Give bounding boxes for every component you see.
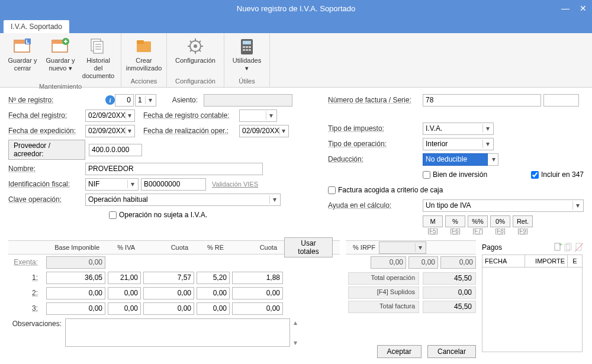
num-factura-field[interactable] bbox=[423, 94, 541, 107]
minimize-button[interactable]: — bbox=[556, 0, 574, 17]
r1-piva[interactable] bbox=[108, 272, 141, 284]
lbl-total-oper: Total operación bbox=[348, 272, 419, 285]
ident-fiscal-num[interactable] bbox=[141, 178, 206, 191]
cb-bien-inversion[interactable]: Bien de inversión bbox=[423, 170, 487, 179]
svg-line-19 bbox=[190, 41, 192, 43]
irpf-pct bbox=[408, 256, 438, 269]
svg-rect-30 bbox=[249, 49, 251, 51]
tab-iva-soportado[interactable]: I.V.A. Soportado bbox=[4, 20, 69, 33]
ribbon-group-config: Configuración bbox=[172, 76, 219, 86]
calc-pctpct[interactable]: %% bbox=[468, 215, 488, 227]
r1-cuota[interactable] bbox=[143, 272, 194, 284]
r3-pre[interactable] bbox=[197, 302, 230, 315]
svg-rect-27 bbox=[249, 46, 251, 48]
r2-piva[interactable] bbox=[108, 287, 141, 299]
tab-strip: I.V.A. Soportado bbox=[0, 17, 592, 33]
fecha-reg-cont-field[interactable]: ▾ bbox=[239, 109, 277, 122]
save-new-icon bbox=[51, 37, 70, 56]
ribbon-guardar-nuevo[interactable]: Guardar y nuevo ▾ bbox=[43, 36, 78, 73]
irpf-cuota bbox=[440, 256, 476, 269]
gear-icon bbox=[186, 37, 205, 56]
lbl-ident-fiscal: Identificación fiscal: bbox=[8, 180, 85, 188]
observaciones-field[interactable] bbox=[65, 318, 290, 347]
n-registro-2[interactable]: 1▾ bbox=[135, 94, 156, 107]
fecha-real-oper-field[interactable]: 02/09/20XX▾ bbox=[239, 125, 289, 137]
info-icon[interactable]: i bbox=[105, 95, 115, 105]
calc-m[interactable]: M bbox=[423, 215, 443, 227]
svg-rect-12 bbox=[137, 40, 144, 44]
save-close-icon bbox=[13, 37, 32, 56]
ribbon-guardar-cerrar[interactable]: Guardar y cerrar bbox=[5, 36, 40, 73]
obs-scroll-up[interactable]: ▴ bbox=[294, 318, 297, 327]
validacion-vies-link[interactable]: Validación VIES bbox=[212, 181, 258, 188]
tipo-operacion-field[interactable]: Interior▾ bbox=[423, 138, 494, 150]
titlebar: Nuevo registro de I.V.A. Soportado — ✕ bbox=[0, 0, 592, 17]
cb-op-no-sujeta[interactable]: Operación no sujeta a I.V.A. bbox=[109, 211, 207, 219]
r1-pre[interactable] bbox=[197, 272, 230, 284]
calc-pct[interactable]: % bbox=[445, 215, 465, 227]
r3-piva[interactable] bbox=[108, 302, 141, 315]
folder-icon bbox=[134, 37, 153, 56]
gh-piva: % IVA bbox=[103, 244, 139, 251]
tipo-impuesto-field[interactable]: I.V.A.▾ bbox=[423, 123, 494, 135]
r1-base[interactable] bbox=[46, 272, 105, 284]
clave-oper-field[interactable]: Operación habitual▾ bbox=[85, 194, 281, 206]
ayuda-calculo-field[interactable]: Un tipo de IVA▾ bbox=[423, 199, 584, 212]
ribbon-group-utiles: Útiles bbox=[229, 76, 265, 86]
svg-line-20 bbox=[199, 50, 201, 51]
fkey-f5: [F5] bbox=[423, 228, 443, 234]
ribbon-group-mantenimiento: Mantenimiento bbox=[5, 82, 116, 91]
ribbon-configuracion[interactable]: Configuración bbox=[172, 36, 219, 66]
n-registro-1[interactable] bbox=[115, 94, 134, 107]
r3-base[interactable] bbox=[46, 302, 105, 315]
calc-0pct[interactable]: 0% bbox=[490, 215, 510, 227]
fkey-f7: [F7] bbox=[468, 228, 488, 234]
ident-fiscal-tipo[interactable]: NIF▾ bbox=[85, 178, 139, 191]
r3-cuota2[interactable] bbox=[232, 302, 283, 315]
obs-scroll-down[interactable]: ▾ bbox=[294, 339, 297, 347]
irpf-select[interactable]: ▾ bbox=[379, 241, 426, 254]
deduccion-field[interactable]: No deducible bbox=[423, 153, 488, 166]
usar-totales-button[interactable]: Usar totales bbox=[284, 237, 333, 257]
fkey-f9: [F9] bbox=[513, 228, 533, 234]
lbl-fecha-registro: Fecha del registro: bbox=[8, 111, 85, 120]
lbl-tipo-impuesto: Tipo de impuesto: bbox=[328, 124, 423, 133]
cb-incluir-347[interactable]: Incluir en 347 bbox=[531, 170, 584, 179]
nombre-field[interactable] bbox=[85, 163, 263, 175]
delete-page-icon[interactable] bbox=[574, 243, 584, 252]
r2-pre[interactable] bbox=[197, 287, 230, 299]
r2-cuota2[interactable] bbox=[232, 287, 283, 299]
ribbon: Guardar y cerrar Guardar y nuevo ▾ Histo… bbox=[0, 33, 592, 88]
ribbon-historial[interactable]: Historial del documento bbox=[81, 36, 116, 82]
lbl-row1: 1: bbox=[8, 273, 44, 282]
ribbon-crear-inmovilizado[interactable]: Crear inmovilizado bbox=[126, 36, 162, 73]
suplidos-v: 0,00 bbox=[423, 286, 476, 299]
close-button[interactable]: ✕ bbox=[574, 0, 592, 17]
proveedor-code[interactable] bbox=[89, 144, 142, 156]
ribbon-utilidades[interactable]: Utilidades▾ bbox=[229, 36, 265, 73]
lbl-asiento: Asiento: bbox=[156, 96, 204, 104]
r2-cuota[interactable] bbox=[143, 287, 194, 299]
lbl-clave-oper: Clave operación: bbox=[8, 195, 85, 204]
window-title: Nuevo registro de I.V.A. Soportado bbox=[237, 4, 355, 13]
cancelar-button[interactable]: Cancelar bbox=[427, 345, 476, 358]
r2-base[interactable] bbox=[46, 287, 105, 299]
fkey-f6: [F6] bbox=[445, 228, 465, 234]
aceptar-button[interactable]: Aceptar bbox=[377, 345, 422, 358]
pagos-table[interactable]: FECHA IMPORTE E bbox=[482, 255, 583, 352]
cb-factura-caja[interactable]: Factura acogida a criterio de caja bbox=[328, 186, 443, 194]
serie-field[interactable] bbox=[543, 94, 579, 107]
add-page-icon[interactable] bbox=[553, 243, 562, 252]
calc-ret[interactable]: Ret. bbox=[513, 215, 533, 227]
r1-cuota2[interactable] bbox=[232, 272, 283, 284]
fecha-registro-field[interactable]: 02/09/20XX▾ bbox=[85, 109, 135, 122]
r3-cuota[interactable] bbox=[143, 302, 194, 315]
ph-importe: IMPORTE bbox=[525, 255, 568, 267]
proveedor-button[interactable]: Proveedor / acreedor: bbox=[8, 140, 85, 160]
fecha-exped-field[interactable]: 02/09/20XX▾ bbox=[85, 125, 135, 137]
calculator-icon bbox=[237, 37, 256, 56]
titlebar-controls: — ✕ bbox=[556, 0, 592, 17]
copy-page-icon[interactable] bbox=[564, 243, 573, 252]
deduccion-dropdown[interactable]: ▾ bbox=[488, 153, 498, 166]
gh-cuota2: Cuota bbox=[227, 244, 281, 251]
